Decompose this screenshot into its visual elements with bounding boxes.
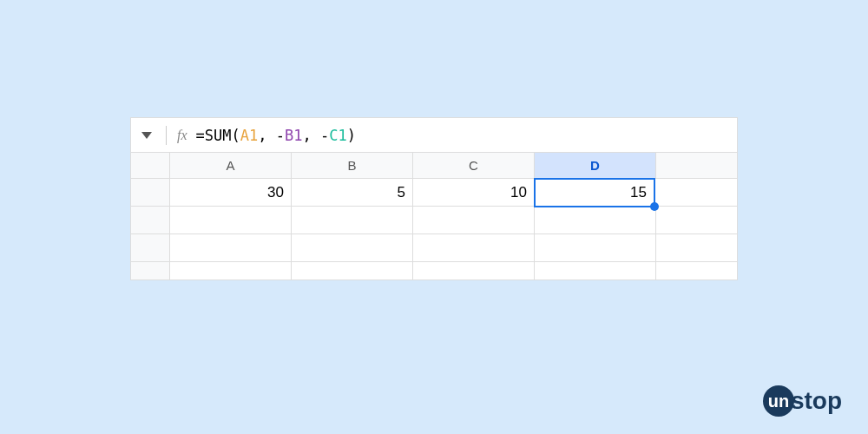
cell-d4[interactable] (535, 262, 656, 279)
name-box-dropdown-icon[interactable] (141, 132, 152, 139)
unstop-logo: un stop (763, 385, 842, 417)
column-header-b[interactable]: B (292, 153, 413, 179)
spreadsheet: fx =SUM( A1 , - B1 , - C1 ) A B C D 30 5… (130, 117, 738, 280)
logo-circle: un (763, 385, 794, 417)
formula-ref-a1: A1 (240, 127, 258, 144)
divider (166, 126, 167, 145)
row-4 (131, 262, 737, 279)
fill-handle[interactable] (650, 202, 659, 211)
row-1: 30 5 10 15 (131, 179, 737, 207)
formula-bar: fx =SUM( A1 , - B1 , - C1 ) (131, 118, 737, 153)
formula-ref-b1: B1 (285, 127, 302, 144)
column-header-row: A B C D (131, 153, 737, 179)
select-all-corner[interactable] (131, 153, 170, 179)
row-2 (131, 207, 737, 234)
column-header-d[interactable]: D (535, 153, 656, 179)
row-header-4[interactable] (131, 262, 170, 279)
trailing-header (656, 153, 737, 179)
cell-a3[interactable] (170, 234, 292, 262)
cell-d3[interactable] (535, 234, 656, 262)
row-3 (131, 234, 737, 262)
cell-b1[interactable]: 5 (292, 179, 413, 207)
column-header-c[interactable]: C (413, 153, 535, 179)
formula-ref-c1: C1 (329, 127, 346, 144)
cell-c4[interactable] (413, 262, 535, 279)
column-header-a[interactable]: A (170, 153, 292, 179)
formula-suffix: ) (347, 127, 356, 144)
cell-a2[interactable] (170, 207, 292, 234)
row-header-1[interactable] (131, 179, 170, 207)
cell-d1[interactable]: 15 (534, 178, 655, 207)
trailing-cell (656, 262, 737, 279)
cell-b4[interactable] (292, 262, 413, 279)
trailing-cell (656, 234, 737, 262)
row-header-2[interactable] (131, 207, 170, 234)
cell-a1[interactable]: 30 (170, 179, 292, 207)
cell-c3[interactable] (413, 234, 535, 262)
trailing-cell (656, 207, 737, 234)
cell-a4[interactable] (170, 262, 292, 279)
trailing-cell (654, 179, 737, 207)
cell-d1-value: 15 (630, 184, 647, 201)
formula-input[interactable]: =SUM( A1 , - B1 , - C1 ) (196, 127, 356, 144)
cell-c1[interactable]: 10 (413, 179, 535, 207)
fx-label: fx (177, 128, 187, 143)
row-header-3[interactable] (131, 234, 170, 262)
formula-sep: , - (258, 127, 285, 144)
formula-prefix: =SUM( (196, 127, 240, 144)
cell-c2[interactable] (413, 207, 535, 234)
formula-sep: , - (302, 127, 329, 144)
cell-b2[interactable] (292, 207, 413, 234)
spreadsheet-grid: A B C D 30 5 10 15 (131, 153, 737, 279)
cell-d2[interactable] (535, 207, 656, 234)
cell-b3[interactable] (292, 234, 413, 262)
logo-text: stop (791, 387, 842, 415)
